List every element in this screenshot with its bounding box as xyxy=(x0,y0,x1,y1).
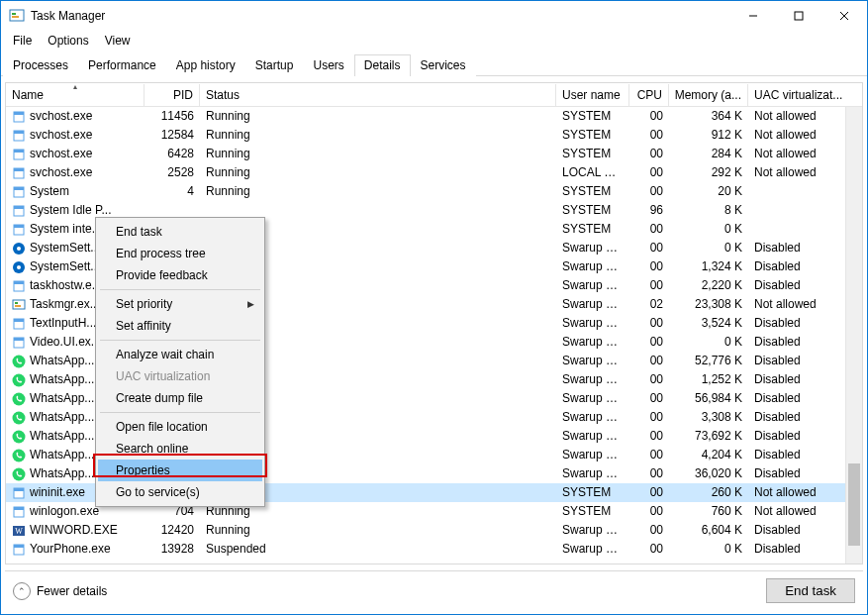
process-memory: 284 K xyxy=(669,145,748,163)
col-user[interactable]: User name xyxy=(556,84,629,106)
end-task-button[interactable]: End task xyxy=(766,578,855,603)
chevron-up-icon: ⌃ xyxy=(13,582,31,600)
table-row[interactable]: System4RunningSYSTEM0020 K xyxy=(6,182,862,201)
process-cpu: 00 xyxy=(629,163,669,182)
context-menu-properties[interactable]: Properties xyxy=(98,460,262,481)
fewer-details-toggle[interactable]: ⌃ Fewer details xyxy=(13,582,107,600)
context-menu-end-task[interactable]: End task xyxy=(98,221,262,243)
context-menu-end-process-tree[interactable]: End process tree xyxy=(98,243,262,264)
process-uac: Disabled xyxy=(748,464,843,483)
svg-rect-42 xyxy=(14,488,24,491)
process-user: LOCAL SE... xyxy=(556,163,629,182)
process-name: wininit.exe xyxy=(30,483,85,502)
table-row[interactable]: svchost.exe6428RunningSYSTEM00284 KNot a… xyxy=(6,145,862,163)
process-uac: Disabled xyxy=(748,333,843,352)
menu-view[interactable]: View xyxy=(97,32,139,50)
context-menu-set-affinity[interactable]: Set affinity xyxy=(98,315,262,337)
process-cpu: 00 xyxy=(629,239,669,257)
process-icon xyxy=(12,110,26,124)
process-status: Running xyxy=(200,145,556,163)
process-name: Taskmgr.ex... xyxy=(30,295,100,314)
process-user: SYSTEM xyxy=(556,483,629,502)
process-icon xyxy=(12,449,26,462)
svg-point-38 xyxy=(13,430,26,443)
table-row[interactable]: svchost.exe2528RunningLOCAL SE...00292 K… xyxy=(6,163,862,182)
svg-rect-44 xyxy=(14,507,24,510)
menu-options[interactable]: Options xyxy=(40,32,96,50)
tab-details[interactable]: Details xyxy=(354,54,411,76)
tab-startup[interactable]: Startup xyxy=(245,54,304,76)
process-uac: Not allowed xyxy=(748,107,843,126)
context-menu-separator xyxy=(100,289,260,290)
scrollbar-thumb[interactable] xyxy=(848,463,860,546)
process-memory: 0 K xyxy=(669,540,748,559)
vertical-scrollbar[interactable] xyxy=(845,107,862,564)
svg-rect-28 xyxy=(15,302,18,304)
context-menu-provide-feedback[interactable]: Provide feedback xyxy=(98,264,262,286)
col-memory[interactable]: Memory (a... xyxy=(669,84,748,106)
svg-rect-27 xyxy=(13,300,25,309)
process-icon xyxy=(12,298,26,312)
tab-app-history[interactable]: App history xyxy=(166,54,245,76)
context-menu-set-priority[interactable]: Set priority▶ xyxy=(98,293,262,315)
process-user: Swarup M... xyxy=(556,446,629,464)
col-pid[interactable]: PID xyxy=(145,84,200,106)
maximize-button[interactable] xyxy=(776,1,821,31)
process-uac: Disabled xyxy=(748,427,843,446)
process-memory: 52,776 K xyxy=(669,352,748,370)
table-row[interactable]: svchost.exe11456RunningSYSTEM00364 KNot … xyxy=(6,107,862,126)
process-user: Swarup M... xyxy=(556,333,629,352)
table-row[interactable]: WWINWORD.EXE12420RunningSwarup M...006,6… xyxy=(6,521,862,540)
process-user: Swarup M... xyxy=(556,408,629,427)
process-name: winlogon.exe xyxy=(30,502,99,521)
context-menu-search-online[interactable]: Search online xyxy=(98,438,262,460)
minimize-button[interactable] xyxy=(730,1,776,31)
col-name[interactable]: ▴Name xyxy=(6,84,145,106)
process-uac: Disabled xyxy=(748,352,843,370)
col-uac[interactable]: UAC virtualizat... xyxy=(748,84,843,106)
tab-processes[interactable]: Processes xyxy=(3,54,78,76)
process-cpu: 00 xyxy=(629,446,669,464)
svg-point-35 xyxy=(13,373,26,386)
process-cpu: 00 xyxy=(629,276,669,295)
process-user: SYSTEM xyxy=(556,220,629,239)
col-cpu[interactable]: CPU xyxy=(629,84,669,106)
process-name: WhatsApp.... xyxy=(30,446,98,464)
menubar: FileOptionsView xyxy=(1,31,867,51)
process-memory: 1,252 K xyxy=(669,370,748,389)
process-icon xyxy=(12,467,26,481)
process-pid: 11456 xyxy=(145,107,200,126)
context-menu-go-to-service-s-[interactable]: Go to service(s) xyxy=(98,481,262,503)
table-row[interactable]: YourPhone.exe13928SuspendedSwarup M...00… xyxy=(6,540,862,559)
process-cpu: 00 xyxy=(629,540,669,559)
close-button[interactable] xyxy=(821,1,867,31)
bottombar: ⌃ Fewer details End task xyxy=(5,570,863,610)
tab-users[interactable]: Users xyxy=(303,54,353,76)
context-menu-open-file-location[interactable]: Open file location xyxy=(98,416,262,438)
process-user: Swarup M... xyxy=(556,257,629,276)
svg-point-24 xyxy=(17,265,21,269)
process-name: TextInputH... xyxy=(30,314,96,333)
process-pid: 6428 xyxy=(145,145,200,163)
svg-rect-12 xyxy=(14,150,24,153)
context-menu-separator xyxy=(100,412,260,413)
tab-services[interactable]: Services xyxy=(411,54,476,76)
col-status[interactable]: Status xyxy=(200,84,556,106)
context-menu-create-dump-file[interactable]: Create dump file xyxy=(98,387,262,409)
svg-rect-4 xyxy=(795,12,803,20)
table-row[interactable]: svchost.exe12584RunningSYSTEM00912 KNot … xyxy=(6,126,862,145)
process-icon xyxy=(12,411,26,425)
table-header: ▴Name PID Status User name CPU Memory (a… xyxy=(6,83,862,107)
process-name: WhatsApp.... xyxy=(30,464,98,483)
process-name: SystemSett... xyxy=(30,257,100,276)
tab-performance[interactable]: Performance xyxy=(78,54,166,76)
process-name: System xyxy=(30,182,69,201)
process-user: Swarup M... xyxy=(556,352,629,370)
process-uac: Disabled xyxy=(748,540,843,559)
process-cpu: 00 xyxy=(629,427,669,446)
process-uac: Not allowed xyxy=(748,502,843,521)
process-icon xyxy=(12,166,26,180)
menu-file[interactable]: File xyxy=(5,32,40,50)
context-menu-analyze-wait-chain[interactable]: Analyze wait chain xyxy=(98,344,262,365)
svg-rect-48 xyxy=(14,545,24,548)
